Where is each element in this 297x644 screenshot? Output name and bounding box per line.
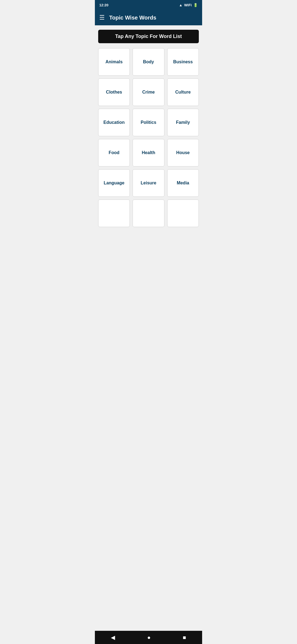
- topic-label-crime: Crime: [142, 90, 155, 95]
- topic-label-health: Health: [142, 150, 155, 155]
- wifi-icon: WiFi: [184, 3, 192, 7]
- topic-cell-leisure[interactable]: Leisure: [133, 169, 164, 197]
- home-button[interactable]: ●: [141, 632, 157, 643]
- topic-label-politics: Politics: [141, 120, 156, 125]
- app-bar: ☰ Topic Wise Words: [95, 10, 202, 25]
- topic-label-language: Language: [104, 181, 125, 185]
- topic-cell-politics[interactable]: Politics: [133, 109, 164, 136]
- topic-cell-business[interactable]: Business: [167, 48, 199, 76]
- menu-icon[interactable]: ☰: [99, 14, 105, 21]
- signal-icon: ▲: [179, 3, 183, 7]
- banner: Tap Any Topic For Word List: [98, 30, 199, 43]
- grid-row-2: EducationPoliticsFamily: [98, 109, 199, 136]
- topic-cell-empty-0[interactable]: [98, 200, 130, 227]
- topic-cell-empty-2[interactable]: [167, 200, 199, 227]
- topic-label-clothes: Clothes: [106, 90, 122, 95]
- grid-row-4: LanguageLeisureMedia: [98, 169, 199, 197]
- topic-cell-health[interactable]: Health: [133, 139, 164, 167]
- topic-label-leisure: Leisure: [141, 181, 156, 185]
- topic-cell-media[interactable]: Media: [167, 169, 199, 197]
- time: 12:20: [99, 3, 108, 7]
- app-bar-title: Topic Wise Words: [109, 15, 156, 21]
- topic-cell-education[interactable]: Education: [98, 109, 130, 136]
- topic-cell-house[interactable]: House: [167, 139, 199, 167]
- topic-label-food: Food: [109, 150, 119, 155]
- status-bar: 12:20 ▲ WiFi 🔋: [95, 0, 202, 10]
- topic-label-animals: Animals: [106, 59, 123, 64]
- grid-row-3: FoodHealthHouse: [98, 139, 199, 167]
- topic-cell-crime[interactable]: Crime: [133, 78, 164, 106]
- topic-label-family: Family: [176, 120, 190, 125]
- topic-cell-animals[interactable]: Animals: [98, 48, 130, 76]
- nav-bar: ◀ ● ■: [95, 631, 202, 644]
- topic-label-education: Education: [103, 120, 125, 125]
- topic-cell-empty-1[interactable]: [133, 200, 164, 227]
- topic-grid: AnimalsBodyBusinessClothesCrimeCultureEd…: [95, 46, 202, 631]
- recent-button[interactable]: ■: [176, 632, 193, 643]
- topic-label-body: Body: [143, 59, 154, 64]
- topic-cell-clothes[interactable]: Clothes: [98, 78, 130, 106]
- status-icons: ▲ WiFi 🔋: [179, 3, 198, 7]
- topic-label-house: House: [176, 150, 190, 155]
- back-button[interactable]: ◀: [104, 632, 122, 643]
- grid-row-5: [98, 200, 199, 227]
- topic-label-media: Media: [177, 181, 189, 185]
- grid-row-0: AnimalsBodyBusiness: [98, 48, 199, 76]
- topic-cell-body[interactable]: Body: [133, 48, 164, 76]
- topic-label-culture: Culture: [175, 90, 191, 95]
- topic-cell-family[interactable]: Family: [167, 109, 199, 136]
- topic-label-business: Business: [173, 59, 193, 64]
- topic-cell-culture[interactable]: Culture: [167, 78, 199, 106]
- battery-icon: 🔋: [193, 3, 198, 7]
- topic-cell-food[interactable]: Food: [98, 139, 130, 167]
- topic-cell-language[interactable]: Language: [98, 169, 130, 197]
- grid-row-1: ClothesCrimeCulture: [98, 78, 199, 106]
